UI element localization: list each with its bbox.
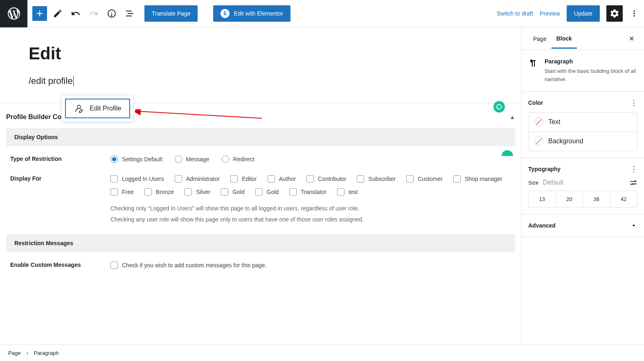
role-checkbox[interactable]: Administrator	[175, 175, 220, 183]
advanced-section-toggle[interactable]: Advanced	[522, 214, 644, 237]
role-label: Gold	[232, 189, 245, 195]
checkbox-icon	[289, 188, 297, 196]
tab-page[interactable]: Page	[528, 29, 552, 48]
svg-point-4	[635, 180, 636, 182]
enable-messages-checkbox[interactable]: Check if you wish to add custom messages…	[110, 262, 511, 269]
color-section: Color ⋮ Text Background	[522, 92, 644, 158]
close-sidebar-icon[interactable]: ✕	[626, 32, 637, 46]
font-size-option[interactable]: 42	[610, 191, 637, 207]
typography-kebab-icon[interactable]: ⋮	[630, 165, 637, 174]
radio-option[interactable]: Message	[175, 156, 209, 163]
role-label: Bronze	[156, 189, 174, 195]
type-of-restriction-label: Type of Restriction	[10, 156, 110, 163]
role-checkbox[interactable]: Translator	[289, 188, 327, 196]
font-size-options: 13203642	[528, 191, 637, 208]
restriction-type-radio-group: Settings DefaultMessageRedirect	[110, 156, 511, 163]
redo-icon[interactable]	[86, 6, 101, 21]
grammarly-icon[interactable]	[493, 101, 505, 113]
role-checkbox[interactable]: test	[337, 188, 358, 196]
checkbox-icon	[453, 175, 461, 183]
font-size-option[interactable]: 20	[556, 191, 583, 207]
checkbox-icon	[337, 188, 345, 196]
collapse-icon[interactable]: ▲	[509, 114, 515, 120]
role-checkbox[interactable]: Contributor	[306, 175, 346, 183]
outline-icon[interactable]	[122, 6, 137, 21]
checkbox-icon	[268, 175, 275, 183]
settings-button[interactable]	[606, 5, 623, 22]
checkbox-icon	[185, 188, 192, 196]
undo-icon[interactable]	[68, 6, 83, 21]
role-checkbox[interactable]: Logged In Users	[110, 175, 164, 183]
radio-option[interactable]: Settings Default	[110, 156, 162, 163]
chevron-right-icon: ›	[26, 350, 28, 356]
background-color-button[interactable]: Background	[529, 131, 637, 151]
sliders-icon[interactable]	[629, 178, 637, 187]
breadcrumb-root[interactable]: Page	[8, 350, 20, 356]
preview-link[interactable]: Preview	[540, 10, 560, 17]
edit-mode-icon[interactable]	[50, 6, 65, 21]
enable-messages-check-label: Check if you wish to add custom messages…	[122, 262, 266, 268]
breadcrumb-current[interactable]: Paragraph	[34, 350, 59, 356]
role-label: Author	[279, 176, 296, 182]
role-checkbox[interactable]: Gold	[221, 188, 245, 196]
text-color-button[interactable]: Text	[529, 113, 637, 131]
checkbox-icon	[255, 188, 263, 196]
elementor-icon: E	[221, 9, 230, 18]
editor-canvas[interactable]: Edit Edit Profile /edit profile Profile	[0, 27, 521, 345]
checkbox-icon	[175, 175, 182, 183]
color-section-kebab-icon[interactable]: ⋮	[630, 98, 637, 107]
switch-to-draft-link[interactable]: Switch to draft	[497, 10, 533, 17]
add-block-button[interactable]	[32, 6, 47, 21]
role-label: Logged In Users	[122, 176, 164, 182]
checkbox-icon	[230, 175, 238, 183]
radio-label: Settings Default	[122, 156, 162, 162]
role-checkbox[interactable]: Customer	[406, 175, 443, 183]
display-options-section-label: Display Options	[6, 128, 515, 146]
update-button[interactable]: Update	[567, 5, 600, 22]
font-size-option[interactable]: 13	[529, 191, 556, 207]
radio-label: Message	[186, 156, 209, 162]
radio-icon	[175, 156, 182, 163]
radio-label: Redirect	[233, 156, 254, 162]
role-label: Contributor	[318, 176, 346, 182]
role-checkbox[interactable]: Subscriber	[357, 175, 396, 183]
role-label: Shop manager	[465, 176, 502, 182]
wordpress-logo[interactable]	[0, 0, 27, 27]
options-kebab-icon[interactable]	[629, 6, 639, 21]
font-size-option[interactable]: 36	[583, 191, 610, 207]
svg-point-2	[633, 15, 635, 16]
role-checkbox[interactable]: Shop manager	[453, 175, 502, 183]
restriction-messages-section-label: Restriction Messages	[6, 234, 515, 252]
suggestion-edit-profile[interactable]: Edit Profile	[65, 99, 130, 118]
help-text-1: Checking only "Logged In Users" will sho…	[110, 203, 511, 214]
block-name: Paragraph	[545, 58, 637, 65]
role-checkbox[interactable]: Gold	[255, 188, 279, 196]
radio-option[interactable]: Redirect	[222, 156, 254, 163]
tab-block[interactable]: Block	[552, 29, 577, 49]
role-checkbox[interactable]: Silver	[185, 188, 210, 196]
role-label: test	[349, 189, 358, 195]
color-swatch-none-icon	[534, 117, 543, 126]
role-label: Translator	[301, 189, 327, 195]
typography-section: Typography ⋮ Size Default 13203642	[522, 158, 644, 214]
toolbar-right-group: Switch to draft Preview Update	[497, 5, 644, 22]
page-title[interactable]: Edit	[29, 44, 493, 63]
color-swatch-none-icon	[534, 137, 543, 146]
info-icon[interactable]	[104, 6, 119, 21]
elementor-btn-label: Edit with Elementor	[234, 10, 283, 17]
checkbox-icon	[110, 175, 118, 183]
role-checkbox[interactable]: Author	[268, 175, 296, 183]
role-checkbox[interactable]: Editor	[230, 175, 257, 183]
chevron-down-icon	[630, 222, 637, 229]
translate-page-button[interactable]: Translate Page	[144, 5, 198, 22]
help-text-2: Checking any user role will show this pa…	[110, 214, 511, 225]
slash-command-text: /edit profile	[29, 76, 74, 86]
text-color-label: Text	[548, 118, 560, 126]
role-checkbox[interactable]: Free	[110, 188, 134, 196]
edit-with-elementor-button[interactable]: E Edit with Elementor	[213, 5, 290, 22]
role-label: Editor	[242, 176, 257, 182]
typography-section-title: Typography	[528, 166, 561, 172]
role-checkbox[interactable]: Bronze	[144, 188, 174, 196]
paragraph-block-icon	[528, 58, 538, 83]
user-edit-icon	[74, 104, 84, 113]
